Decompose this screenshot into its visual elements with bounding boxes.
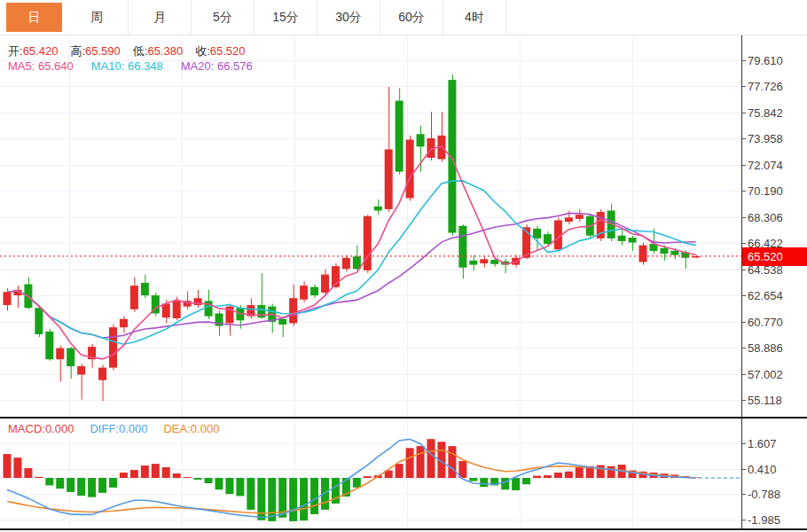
high-label: 高: <box>70 44 85 58</box>
macd-bar <box>130 470 138 478</box>
macd-bar <box>45 478 53 485</box>
macd-value: MACD:0.000 <box>8 422 74 435</box>
tab-15min[interactable]: 15分 <box>255 0 317 35</box>
candle-body <box>45 332 53 359</box>
macd-bar <box>554 473 562 478</box>
candle-body <box>639 246 647 262</box>
macd-bar <box>247 478 255 510</box>
candle-body <box>533 229 541 239</box>
y-axis-tick-label: 79.610 <box>748 54 783 67</box>
y-axis-tick-label: 75.842 <box>748 106 783 120</box>
macd-bar <box>56 478 64 489</box>
ma5-line <box>7 146 696 359</box>
macd-bar <box>205 478 213 483</box>
candle-body <box>162 304 170 318</box>
candle-body <box>321 275 329 293</box>
candle-body <box>458 226 466 268</box>
macd-bar <box>310 478 318 514</box>
tab-60min[interactable]: 60分 <box>380 0 443 35</box>
macd-bar <box>225 478 233 494</box>
candle-body <box>4 292 12 305</box>
tab-week[interactable]: 周 <box>66 0 129 35</box>
macd-bar <box>109 478 117 488</box>
dea-value: DEA:0.000 <box>163 422 219 435</box>
macd-bar <box>162 467 170 478</box>
candlestick-chart-svg[interactable]: 79.61077.72675.84273.95872.07470.19068.3… <box>0 0 807 532</box>
macd-bar <box>268 478 276 521</box>
y-axis-tick-label: 55.118 <box>748 394 782 407</box>
macd-bar <box>522 478 530 484</box>
gridlines <box>0 36 741 528</box>
tab-5min[interactable]: 5分 <box>192 0 255 35</box>
macd-bar <box>597 466 605 478</box>
macd-bar <box>512 478 520 490</box>
macd-bar <box>13 458 21 478</box>
candle-body <box>670 251 678 255</box>
candle-body <box>576 215 584 219</box>
macd-bar <box>448 446 456 478</box>
low-label: 低: <box>133 44 148 58</box>
macd-bar <box>88 478 96 497</box>
candle-body <box>130 286 138 309</box>
y-axis-tick-label: 77.726 <box>748 80 783 93</box>
candle-body <box>374 207 382 211</box>
macd-bar <box>67 478 74 492</box>
macd-bar <box>152 464 160 478</box>
macd-bar <box>353 478 361 488</box>
macd-bar <box>289 478 297 521</box>
candle-body <box>35 308 43 334</box>
ma-readout: MA5: 65.640MA10: 66.348MA20: 66.576 <box>8 59 253 73</box>
macd-bar <box>35 477 43 478</box>
tab-day[interactable]: 日 <box>6 3 62 32</box>
y-axis-tick-label: 1.607 <box>748 437 777 450</box>
candle-body <box>490 260 498 264</box>
candle-body <box>109 327 117 367</box>
high-value: 65.590 <box>85 44 121 58</box>
y-axis-tick-label: 58.886 <box>748 341 783 355</box>
candle-body <box>120 319 128 327</box>
candle-body <box>364 216 372 270</box>
open-value: 65.420 <box>23 44 59 58</box>
y-axis-tick-label: 68.306 <box>748 211 783 224</box>
candle-body <box>629 238 637 242</box>
macd-bar <box>364 476 372 478</box>
candle-body <box>565 217 573 222</box>
candle-body <box>173 301 181 318</box>
macd-bar <box>184 477 192 478</box>
y-axis-tick-label: -1.985 <box>748 513 780 527</box>
macd-bar <box>427 439 435 478</box>
tab-month[interactable]: 月 <box>129 0 192 35</box>
y-axis-tick-label: -0.788 <box>748 488 780 501</box>
chart-frame <box>0 35 807 529</box>
candle-body <box>310 287 318 295</box>
tab-4hour[interactable]: 4时 <box>443 0 506 35</box>
macd-bar <box>396 464 404 478</box>
macd-bar <box>576 467 584 478</box>
candle-body <box>77 366 85 374</box>
ma20-readout: MA20: 66.576 <box>181 59 253 73</box>
tab-30min[interactable]: 30分 <box>317 0 380 35</box>
candle-body <box>544 234 552 244</box>
candle-body <box>417 134 425 146</box>
macd-bar <box>469 478 477 481</box>
macd-readout: MACD:0.000DIFF:0.000DEA:0.000 <box>8 422 219 435</box>
candle-body <box>406 140 414 199</box>
candle-body <box>385 149 393 208</box>
candle-body <box>56 348 64 360</box>
macd-bar <box>565 472 573 478</box>
y-axis-tick-label: 60.770 <box>748 316 783 329</box>
candle-body <box>289 298 297 323</box>
ohlc-readout: 开:65.420高:65.590低:65.380收:65.520 <box>8 43 258 59</box>
macd-bar <box>24 468 32 478</box>
macd-bar <box>406 448 414 478</box>
macd-bar <box>194 478 202 480</box>
candle-body <box>342 258 350 270</box>
candle-body <box>480 259 488 263</box>
close-value: 65.520 <box>210 44 246 58</box>
low-value: 65.380 <box>147 44 183 58</box>
macd-bar <box>4 454 12 478</box>
kline-chart-app: 79.61077.72675.84273.95872.07470.19068.3… <box>0 0 807 532</box>
candles <box>4 74 701 401</box>
y-axis-labels: 79.61077.72675.84273.95872.07470.19068.3… <box>741 54 783 528</box>
close-label: 收: <box>195 44 210 58</box>
